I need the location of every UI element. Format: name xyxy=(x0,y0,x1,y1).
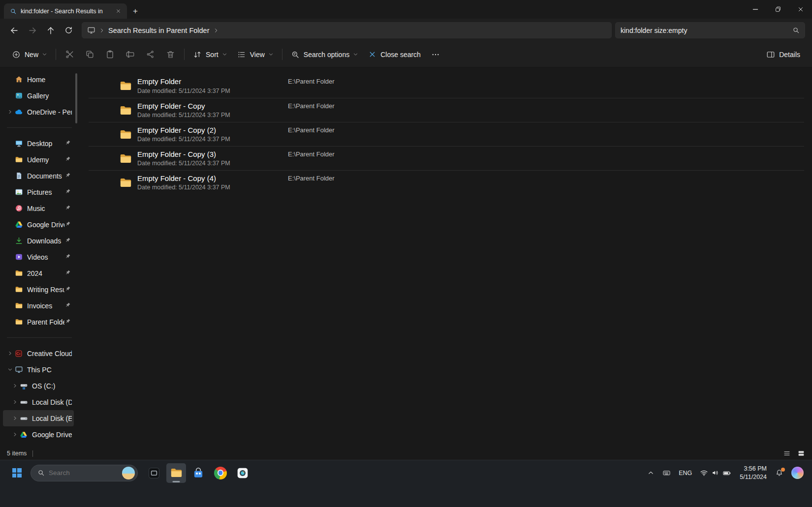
sidebar-item-pictures[interactable]: Pictures xyxy=(3,184,74,200)
explorer-tab[interactable]: kind:folder - Search Results in xyxy=(4,3,127,19)
up-button[interactable] xyxy=(41,22,60,39)
file-name: Empty Folder - Copy xyxy=(137,102,804,111)
sidebar-item-2024[interactable]: 2024 xyxy=(3,265,74,281)
sidebar-item-this-pc[interactable]: This PC xyxy=(3,361,74,378)
chrome-icon[interactable] xyxy=(211,463,230,483)
language-indicator[interactable]: ENG xyxy=(675,464,695,482)
toolbar-divider xyxy=(56,49,56,60)
sidebar-item-google-drive[interactable]: Google Drive xyxy=(3,216,74,233)
rename-button[interactable] xyxy=(120,46,140,63)
share-icon xyxy=(146,50,155,59)
breadcrumb-dropdown-icon[interactable] xyxy=(213,28,219,33)
sidebar-scrollbar[interactable] xyxy=(75,73,77,123)
sort-button[interactable]: Sort xyxy=(188,46,232,63)
sidebar-item-videos[interactable]: Videos xyxy=(3,249,74,265)
tray-overflow-button[interactable] xyxy=(644,464,658,482)
sidebar-item-os-c[interactable]: OS (C:) xyxy=(3,378,74,394)
tab-close-icon[interactable] xyxy=(113,6,123,16)
window-controls xyxy=(744,0,812,19)
address-bar[interactable]: Search Results in Parent Folder xyxy=(82,22,612,38)
new-button[interactable]: New xyxy=(7,46,52,63)
close-search-button[interactable]: Close search xyxy=(363,46,426,63)
paste-button[interactable] xyxy=(100,46,120,63)
copy-button[interactable] xyxy=(80,46,100,63)
touch-keyboard-icon[interactable] xyxy=(659,464,674,482)
new-tab-button[interactable]: + xyxy=(127,3,144,19)
screenshot-app-icon[interactable] xyxy=(233,463,252,483)
thumbnail-view-toggle[interactable] xyxy=(797,449,805,457)
sidebar-item-desktop[interactable]: Desktop xyxy=(3,135,74,151)
share-button[interactable] xyxy=(140,46,160,63)
file-row[interactable]: Empty Folder - Copy (3) Date modified: 5… xyxy=(89,146,804,170)
taskbar: ENG 3:56 PM 5/11/2024 xyxy=(0,460,812,507)
maximize-button[interactable] xyxy=(767,0,789,19)
search-icon xyxy=(37,469,45,477)
notification-bell-button[interactable] xyxy=(772,464,787,482)
task-view-icon[interactable] xyxy=(144,463,164,483)
clock[interactable]: 3:56 PM 5/11/2024 xyxy=(736,465,771,481)
search-options-button[interactable]: Search options xyxy=(286,46,363,63)
sidebar-item-gallery[interactable]: Gallery xyxy=(3,88,74,104)
taskbar-search-box[interactable] xyxy=(31,465,138,481)
sidebar-item-local-disk-e[interactable]: Local Disk (E:) xyxy=(3,410,74,426)
view-button[interactable]: View xyxy=(232,46,279,63)
refresh-button[interactable] xyxy=(60,22,78,39)
search-input[interactable] xyxy=(621,27,792,34)
sidebar-item-writing-resumes[interactable]: Writing Resu xyxy=(3,281,74,298)
minimize-button[interactable] xyxy=(744,0,767,19)
search-box[interactable] xyxy=(615,22,805,38)
rename-icon xyxy=(125,50,135,59)
status-bar: 5 items xyxy=(0,447,812,460)
chevron-right-icon[interactable] xyxy=(6,349,14,358)
details-pane-button[interactable]: Details xyxy=(761,46,805,63)
microsoft-store-icon[interactable] xyxy=(188,463,208,483)
sidebar-item-udemy[interactable]: Udemy xyxy=(3,151,74,168)
chevron-right-icon[interactable] xyxy=(11,414,19,422)
file-explorer-icon[interactable] xyxy=(166,463,186,483)
sidebar-item-onedrive[interactable]: OneDrive - Perso xyxy=(3,104,74,120)
file-row[interactable]: Empty Folder - Copy (4) Date modified: 5… xyxy=(89,170,804,194)
sidebar-item-parent-folder[interactable]: Parent Folder xyxy=(3,314,74,330)
forward-button[interactable] xyxy=(23,22,41,39)
file-row[interactable]: Empty Folder - Copy Date modified: 5/11/… xyxy=(89,98,804,122)
chevron-down-icon[interactable] xyxy=(6,365,14,374)
copilot-icon xyxy=(791,467,804,479)
google-drive-icon xyxy=(19,430,28,439)
search-highlight-image[interactable] xyxy=(122,467,135,479)
sidebar-item-downloads[interactable]: Downloads xyxy=(3,233,74,249)
date: 5/11/2024 xyxy=(740,473,767,481)
file-name: Empty Folder - Copy (2) xyxy=(137,126,804,135)
more-options-button[interactable] xyxy=(426,46,446,63)
music-icon xyxy=(14,204,23,213)
back-button[interactable] xyxy=(5,22,23,39)
sidebar-item-local-disk-d[interactable]: Local Disk (D:) xyxy=(3,394,74,410)
close-button[interactable] xyxy=(789,0,812,19)
sidebar-item-documents[interactable]: Documents xyxy=(3,168,74,184)
copilot-button[interactable] xyxy=(788,464,807,482)
folder-icon xyxy=(119,104,132,117)
file-location: E:\Parent Folder xyxy=(288,78,335,85)
chevron-right-icon[interactable] xyxy=(11,398,19,406)
drive-icon xyxy=(19,398,28,407)
sidebar-item-invoices[interactable]: Invoices xyxy=(3,298,74,314)
delete-button[interactable] xyxy=(160,46,181,63)
sidebar-item-home[interactable]: Home xyxy=(3,71,74,88)
chevron-right-icon[interactable] xyxy=(11,430,19,439)
cut-button[interactable] xyxy=(60,46,80,63)
sidebar-item-creative-cloud[interactable]: Creative Cloud F xyxy=(3,345,74,361)
chevron-right-icon[interactable] xyxy=(6,108,14,116)
sidebar-item-music[interactable]: Music xyxy=(3,200,74,216)
pin-icon xyxy=(64,188,72,196)
sidebar-item-google-drive-tree[interactable]: Google Drive ( xyxy=(3,426,74,443)
file-row[interactable]: Empty Folder Date modified: 5/11/2024 3:… xyxy=(89,74,804,98)
chevron-right-icon[interactable] xyxy=(11,382,19,390)
start-button[interactable] xyxy=(7,463,27,483)
network-volume-battery-button[interactable] xyxy=(696,464,735,482)
chevron-down-icon xyxy=(42,52,47,57)
taskbar-search-input[interactable] xyxy=(49,469,118,477)
notification-badge xyxy=(781,468,785,472)
file-list: Empty Folder Date modified: 5/11/2024 3:… xyxy=(79,67,812,447)
details-view-toggle[interactable] xyxy=(783,449,791,457)
file-row[interactable]: Empty Folder - Copy (2) Date modified: 5… xyxy=(89,122,804,146)
chevron-down-icon xyxy=(353,52,358,57)
